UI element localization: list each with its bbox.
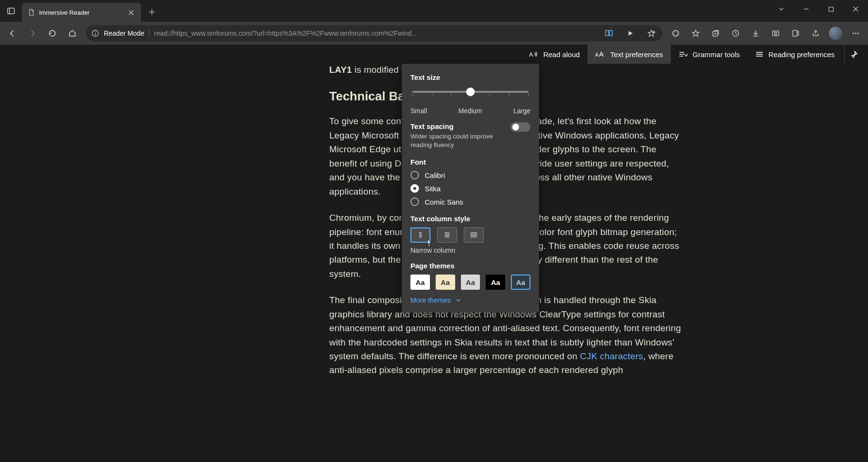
radio-icon — [410, 184, 419, 193]
screenshot-button[interactable] — [766, 24, 785, 43]
article-link[interactable]: CJK characters — [580, 351, 643, 361]
code-term: LAY1 — [329, 65, 352, 75]
tab-title: Immersive Reader — [39, 9, 122, 16]
close-window-button[interactable] — [843, 0, 868, 18]
tab-dropdown-button[interactable] — [769, 0, 794, 18]
svg-rect-26 — [793, 30, 797, 36]
column-medium-button[interactable] — [437, 227, 457, 243]
history-button[interactable] — [726, 24, 745, 43]
font-option-calibri[interactable]: Calibri — [410, 171, 530, 179]
address-bar[interactable]: Reader Mode read://https_www.tenforums.c… — [86, 25, 662, 41]
url-text: read://https_www.tenforums.com/?url=http… — [154, 29, 597, 37]
text-preferences-panel: Text size Small Medium Large Text spacin… — [402, 64, 539, 313]
svg-rect-24 — [773, 31, 779, 36]
settings-menu-button[interactable] — [846, 24, 865, 43]
favorite-button[interactable] — [643, 26, 659, 40]
theme-white[interactable]: Aa — [410, 275, 430, 290]
back-button[interactable] — [3, 24, 22, 43]
column-narrow-button[interactable] — [410, 227, 430, 243]
column-caption: Narrow column — [410, 246, 530, 254]
svg-point-28 — [853, 33, 854, 34]
site-info-icon[interactable] — [91, 29, 99, 37]
text-spacing-hint: Wider spacing could improve reading flue… — [410, 132, 506, 149]
tab-close-button[interactable] — [126, 7, 136, 18]
minimize-button[interactable] — [794, 0, 818, 18]
immersive-reader-icon[interactable] — [601, 26, 618, 40]
share-button[interactable] — [806, 24, 825, 43]
media-button[interactable] — [622, 26, 639, 40]
font-option-comic-sans[interactable]: Comic Sans — [410, 197, 530, 206]
svg-rect-0 — [8, 8, 14, 14]
theme-black[interactable]: Aa — [486, 275, 505, 290]
slider-label-large: Large — [513, 107, 530, 115]
svg-point-30 — [858, 33, 859, 34]
forward-button[interactable] — [23, 24, 42, 43]
slider-thumb[interactable] — [466, 88, 475, 96]
browser-tab[interactable]: Immersive Reader — [22, 3, 141, 22]
column-wide-button[interactable] — [464, 227, 484, 243]
theme-dark-blue[interactable]: Aa — [511, 275, 530, 290]
text-size-label: Text size — [410, 73, 530, 81]
text-spacing-toggle[interactable] — [510, 122, 530, 132]
more-themes-button[interactable]: More themes — [410, 296, 530, 304]
chevron-down-icon — [456, 297, 461, 303]
downloads-button[interactable] — [746, 24, 765, 43]
web-capture-button[interactable] — [786, 24, 805, 43]
column-style-label: Text column style — [410, 215, 530, 223]
slider-label-small: Small — [410, 107, 427, 115]
theme-sepia[interactable]: Aa — [436, 275, 455, 290]
theme-grey[interactable]: Aa — [461, 275, 480, 290]
profile-avatar[interactable] — [829, 27, 842, 40]
slider-label-medium: Medium — [459, 107, 482, 115]
svg-point-29 — [855, 33, 857, 34]
font-label: Font — [410, 158, 530, 166]
extensions-button[interactable] — [666, 24, 685, 43]
favorites-button[interactable] — [686, 24, 705, 43]
home-button[interactable] — [63, 24, 82, 43]
svg-marker-17 — [692, 30, 699, 37]
svg-rect-7 — [829, 7, 833, 11]
page-themes-label: Page themes — [410, 262, 530, 270]
radio-icon — [410, 197, 419, 206]
svg-point-12 — [95, 31, 96, 32]
svg-marker-13 — [629, 31, 633, 36]
separator — [149, 29, 150, 38]
reader-mode-label: Reader Mode — [104, 29, 144, 37]
document-icon — [28, 9, 35, 16]
collections-button[interactable] — [706, 24, 725, 43]
text-spacing-label: Text spacing — [410, 122, 506, 130]
radio-icon — [410, 171, 419, 179]
font-option-sitka[interactable]: Sitka — [410, 184, 530, 193]
new-tab-button[interactable] — [144, 4, 160, 20]
text-size-slider[interactable] — [410, 86, 530, 106]
tab-actions-button[interactable] — [0, 0, 22, 22]
svg-point-25 — [775, 32, 777, 35]
maximize-button[interactable] — [818, 0, 843, 18]
refresh-button[interactable] — [43, 24, 62, 43]
